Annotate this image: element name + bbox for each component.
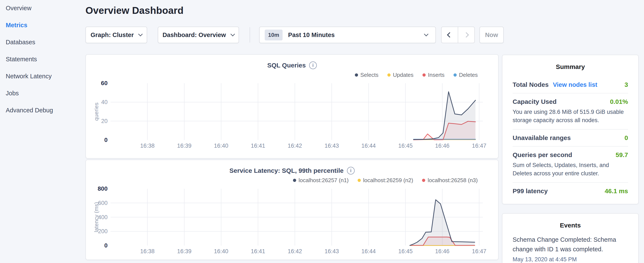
time-next-button[interactable]: [458, 27, 475, 43]
view-nodes-list-link[interactable]: View nodes list: [553, 81, 597, 88]
admin-console: Overview Metrics Databases Statements Ne…: [0, 0, 644, 263]
svg-text:16:45: 16:45: [398, 143, 413, 149]
svg-text:16:40: 16:40: [214, 248, 228, 254]
svg-text:16:39: 16:39: [177, 248, 192, 254]
sidebar-item-overview[interactable]: Overview: [6, 5, 32, 12]
summary-description: Sum of Selects, Updates, Inserts, and De…: [512, 161, 628, 178]
summary-value: 0.01%: [610, 98, 628, 105]
svg-text:16:38: 16:38: [140, 248, 155, 254]
time-range-picker[interactable]: 10m Past 10 Minutes: [259, 27, 436, 43]
summary-panel: Summary Total Nodes View nodes list 3 Ca…: [502, 55, 639, 204]
svg-text:60: 60: [101, 80, 108, 86]
summary-title: Summary: [512, 63, 628, 70]
service-latency-chart[interactable]: 16:3816:3916:4016:4116:4216:4316:4416:45…: [86, 160, 498, 259]
summary-label: Capacity Used: [512, 98, 556, 105]
chevron-down-icon: [138, 32, 143, 36]
events-title: Events: [512, 222, 628, 229]
svg-text:16:38: 16:38: [140, 143, 155, 149]
sidebar-item-databases[interactable]: Databases: [6, 39, 35, 46]
summary-row-total-nodes: Total Nodes View nodes list 3: [512, 76, 628, 93]
svg-text:16:47: 16:47: [472, 143, 486, 149]
chevron-left-icon: [447, 32, 452, 38]
sql-queries-chart[interactable]: 16:3816:3916:4016:4116:4216:4316:4416:45…: [86, 55, 498, 158]
sidebar-item-statements[interactable]: Statements: [6, 56, 37, 63]
svg-text:16:42: 16:42: [288, 248, 302, 254]
summary-value: 59.7: [616, 151, 628, 158]
graph-scope-dropdown-label: Graph: Cluster: [90, 32, 134, 39]
svg-text:16:42: 16:42: [288, 143, 302, 149]
time-range-label: Past 10 Minutes: [288, 32, 424, 39]
chevron-down-icon: [424, 32, 428, 36]
sidebar: Overview Metrics Databases Statements Ne…: [0, 0, 85, 263]
summary-row-queries-per-second: Queries per second 59.7 Sum of Selects, …: [512, 147, 628, 183]
svg-text:queries: queries: [93, 103, 100, 121]
svg-text:16:46: 16:46: [435, 143, 450, 149]
summary-row-p99-latency: P99 latency 46.1 ms: [512, 183, 628, 199]
svg-text:16:44: 16:44: [362, 143, 376, 149]
sql-queries-chart-card: SQL Queries i SelectsUpdatesInsertsDelet…: [86, 54, 498, 158]
dashboard-dropdown-label: Dashboard: Overview: [162, 32, 226, 39]
dashboard-dropdown[interactable]: Dashboard: Overview: [158, 27, 239, 43]
service-latency-chart-card: Service Latency: SQL, 99th percentile i …: [86, 160, 498, 260]
sidebar-item-metrics[interactable]: Metrics: [6, 22, 28, 29]
chevron-right-icon: [464, 32, 469, 38]
svg-text:16:41: 16:41: [251, 248, 265, 254]
summary-label: Total Nodes: [512, 81, 548, 88]
svg-text:16:46: 16:46: [435, 248, 450, 254]
sidebar-item-network-latency[interactable]: Network Latency: [6, 73, 52, 80]
svg-text:16:45: 16:45: [398, 248, 413, 254]
summary-row-unavailable-ranges: Unavailable ranges 0: [512, 130, 628, 147]
time-range-badge: 10m: [265, 30, 282, 41]
svg-text:800: 800: [98, 185, 108, 192]
svg-text:0: 0: [104, 242, 108, 249]
summary-label: P99 latency: [512, 187, 548, 195]
svg-text:0: 0: [104, 137, 108, 143]
svg-text:16:43: 16:43: [324, 248, 339, 254]
now-button[interactable]: Now: [480, 27, 504, 43]
summary-row-capacity-used: Capacity Used 0.01% You are using 28.6 M…: [512, 93, 628, 130]
graph-scope-dropdown[interactable]: Graph: Cluster: [86, 27, 147, 43]
summary-description: You are using 28.6 MiB of 515.9 GiB usab…: [512, 108, 628, 124]
svg-text:40: 40: [101, 99, 108, 105]
sidebar-item-advanced-debug[interactable]: Advanced Debug: [6, 107, 53, 114]
svg-text:16:43: 16:43: [324, 143, 339, 149]
summary-value: 3: [624, 81, 628, 88]
svg-text:16:41: 16:41: [251, 143, 265, 149]
svg-text:16:39: 16:39: [177, 143, 192, 149]
page-title: Overview Dashboard: [86, 5, 184, 16]
sidebar-item-jobs[interactable]: Jobs: [6, 90, 19, 97]
event-list-item[interactable]: Schema Change Completed: Schema change w…: [512, 235, 628, 263]
toolbar-divider: [250, 27, 250, 43]
summary-label: Queries per second: [512, 151, 572, 158]
summary-label: Unavailable ranges: [512, 134, 571, 141]
summary-value: 46.1 ms: [605, 187, 628, 195]
chevron-down-icon: [230, 32, 235, 36]
svg-text:latency (ms): latency (ms): [93, 202, 100, 232]
summary-value: 0: [624, 134, 628, 141]
events-panel: Events Schema Change Completed: Schema c…: [502, 213, 639, 263]
svg-text:20: 20: [101, 118, 108, 124]
time-pager: [441, 27, 475, 43]
svg-text:16:44: 16:44: [362, 248, 376, 254]
event-timestamp: May 13, 2020 at 4:45 PM: [512, 256, 628, 263]
time-prev-button[interactable]: [441, 27, 458, 43]
svg-text:16:47: 16:47: [472, 248, 486, 254]
svg-text:16:40: 16:40: [214, 143, 228, 149]
event-message: Schema Change Completed: Schema change w…: [512, 235, 628, 254]
